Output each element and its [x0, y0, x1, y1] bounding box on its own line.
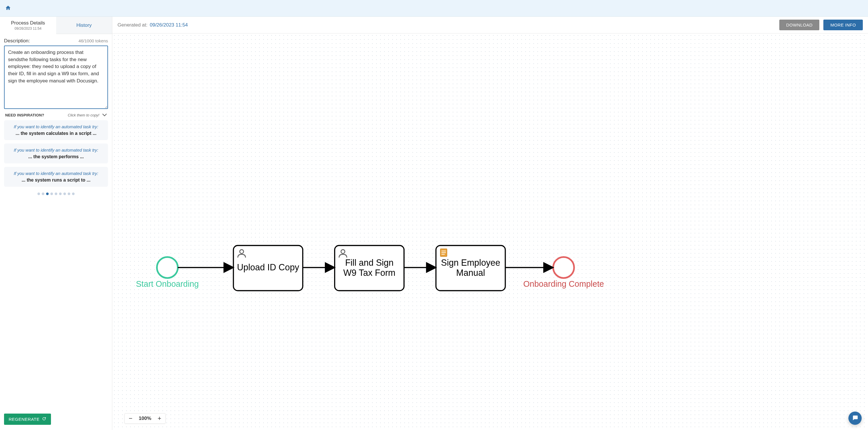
task-sign-manual[interactable]: Sign Employee Manual: [436, 246, 505, 291]
inspiration-card-lead: If you want to identify an automated tas…: [9, 148, 103, 152]
task-label: Upload ID Copy: [237, 262, 299, 273]
task-fill-sign-w9[interactable]: Fill and Sign W9 Tax Form: [335, 246, 404, 291]
tab-details-title: Process Details: [11, 20, 45, 26]
more-info-button[interactable]: MORE INFO: [824, 20, 863, 30]
regenerate-row: REGENERATE: [0, 410, 112, 430]
regenerate-label: REGENERATE: [9, 417, 39, 422]
carousel-dot[interactable]: [59, 193, 62, 195]
zoom-out-button[interactable]: −: [129, 415, 132, 422]
top-bar: [0, 0, 868, 17]
inspiration-list: If you want to identify an automated tas…: [4, 120, 108, 195]
regenerate-button[interactable]: REGENERATE: [4, 413, 51, 425]
task-label-line2: Manual: [456, 268, 485, 278]
carousel-dot[interactable]: [51, 193, 53, 195]
inspiration-card-lead: If you want to identify an automated tas…: [9, 171, 103, 176]
description-header: Description: 46/1000 tokens: [4, 38, 108, 44]
tab-details-timestamp: 09/26/2023 11:54: [15, 27, 41, 31]
left-panel: Process Details 09/26/2023 11:54 History…: [0, 17, 112, 430]
carousel-dot[interactable]: [68, 193, 70, 195]
task-upload-id[interactable]: Upload ID Copy: [233, 246, 303, 291]
tab-history[interactable]: History: [56, 17, 112, 34]
bpmn-diagram: Start Onboarding Upload ID Copy: [112, 33, 868, 430]
download-button[interactable]: DOWNLOAD: [779, 20, 819, 30]
carousel-dot[interactable]: [55, 193, 57, 195]
tab-history-title: History: [76, 23, 92, 28]
inspiration-card-text: ... the system runs a script to ...: [9, 177, 103, 183]
tab-bar: Process Details 09/26/2023 11:54 History: [0, 17, 112, 34]
task-label-line1: Sign Employee: [441, 258, 500, 268]
description-label: Description:: [4, 38, 30, 44]
task-label-line2: W9 Tax Form: [343, 268, 395, 278]
inspiration-card[interactable]: If you want to identify an automated tas…: [4, 144, 108, 164]
tab-process-details[interactable]: Process Details 09/26/2023 11:54: [0, 17, 56, 34]
end-event[interactable]: [553, 257, 574, 278]
carousel-dot[interactable]: [46, 193, 49, 195]
task-label-line1: Fill and Sign: [345, 258, 393, 268]
left-panel-body: Description: 46/1000 tokens NEED INSPIRA…: [0, 34, 112, 410]
zoom-in-button[interactable]: +: [158, 415, 161, 422]
diagram-canvas[interactable]: Start Onboarding Upload ID Copy: [112, 33, 868, 430]
inspiration-title: NEED INSPIRATION?: [5, 113, 44, 117]
right-header: Generated at: 09/26/2023 11:54 DOWNLOAD …: [112, 17, 868, 33]
inspiration-carousel-dots: [4, 193, 108, 195]
chevron-down-icon: [102, 113, 107, 117]
zoom-level: 100%: [139, 415, 151, 421]
inspiration-card-text: ... the system performs ...: [9, 154, 103, 160]
inspiration-card[interactable]: If you want to identify an automated tas…: [4, 120, 108, 140]
generated-at-label: Generated at:: [118, 22, 148, 28]
zoom-control: − 100% +: [124, 413, 165, 424]
carousel-dot[interactable]: [42, 193, 44, 195]
token-count: 46/1000 tokens: [78, 38, 108, 43]
chat-launcher[interactable]: [848, 411, 862, 425]
description-input[interactable]: [4, 46, 108, 109]
start-event[interactable]: [157, 257, 178, 278]
generated-at-value: 09/26/2023 11:54: [150, 22, 188, 28]
start-event-label: Start Onboarding: [136, 279, 199, 288]
inspiration-toggle[interactable]: NEED INSPIRATION? Click them to copy!: [4, 113, 108, 117]
inspiration-card-lead: If you want to identify an automated tas…: [9, 124, 103, 129]
main-area: Process Details 09/26/2023 11:54 History…: [0, 17, 868, 430]
inspiration-card[interactable]: If you want to identify an automated tas…: [4, 167, 108, 187]
carousel-dot[interactable]: [37, 193, 40, 195]
carousel-dot[interactable]: [72, 193, 74, 195]
inspiration-subtitle: Click them to copy!: [68, 113, 99, 117]
home-icon[interactable]: [5, 5, 11, 11]
chat-icon: [852, 414, 858, 422]
carousel-dot[interactable]: [63, 193, 66, 195]
right-panel: Generated at: 09/26/2023 11:54 DOWNLOAD …: [112, 17, 868, 430]
refresh-icon: [42, 417, 46, 422]
inspiration-card-text: ... the system calculates in a script ..…: [9, 131, 103, 136]
end-event-label: Onboarding Complete: [523, 279, 604, 288]
